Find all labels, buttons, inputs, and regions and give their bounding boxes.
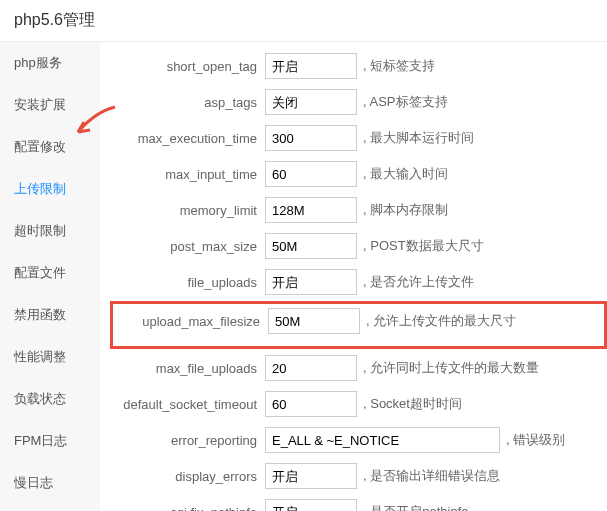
- setting-desc: , 允许同时上传文件的最大数量: [357, 359, 539, 377]
- setting-input-max-execution-time[interactable]: [265, 125, 357, 151]
- setting-select-asp-tags[interactable]: 关闭: [265, 89, 357, 115]
- sidebar-item-load-status[interactable]: 负载状态: [0, 378, 100, 420]
- setting-label: file_uploads: [110, 275, 265, 290]
- sidebar-item-phpinfo[interactable]: phpinfo: [0, 504, 100, 511]
- setting-input-error-reporting[interactable]: [265, 427, 500, 453]
- page-title: php5.6管理: [0, 0, 607, 42]
- setting-select-short-open-tag[interactable]: 开启: [265, 53, 357, 79]
- setting-select-cgi-fix-pathinfo[interactable]: 开启: [265, 499, 357, 511]
- setting-label: max_input_time: [110, 167, 265, 182]
- setting-label: short_open_tag: [110, 59, 265, 74]
- setting-input-max-file-uploads[interactable]: [265, 355, 357, 381]
- setting-row-memory-limit: memory_limit, 脚本内存限制: [110, 196, 607, 224]
- setting-select-file-uploads[interactable]: 开启: [265, 269, 357, 295]
- setting-row-post-max-size: post_max_size, POST数据最大尺寸: [110, 232, 607, 260]
- sidebar-item-timeout-limit[interactable]: 超时限制: [0, 210, 100, 252]
- setting-desc: , 短标签支持: [357, 57, 435, 75]
- setting-label: post_max_size: [110, 239, 265, 254]
- sidebar-item-php-service[interactable]: php服务: [0, 42, 100, 84]
- setting-input-upload-max-filesize[interactable]: [268, 308, 360, 334]
- setting-input-max-input-time[interactable]: [265, 161, 357, 187]
- setting-label: max_execution_time: [110, 131, 265, 146]
- setting-desc: , Socket超时时间: [357, 395, 462, 413]
- sidebar-item-disabled-func[interactable]: 禁用函数: [0, 294, 100, 336]
- setting-desc: , 错误级别: [500, 431, 565, 449]
- sidebar-item-fpm-log[interactable]: FPM日志: [0, 420, 100, 462]
- setting-label: upload_max_filesize: [113, 314, 268, 329]
- setting-label: memory_limit: [110, 203, 265, 218]
- sidebar: php服务 安装扩展 配置修改 上传限制 超时限制 配置文件 禁用函数 性能调整…: [0, 42, 100, 511]
- sidebar-item-slow-log[interactable]: 慢日志: [0, 462, 100, 504]
- setting-row-upload-max-filesize: upload_max_filesize, 允许上传文件的最大尺寸: [113, 307, 604, 335]
- setting-input-default-socket-timeout[interactable]: [265, 391, 357, 417]
- setting-input-post-max-size[interactable]: [265, 233, 357, 259]
- setting-row-asp-tags: asp_tags关闭, ASP标签支持: [110, 88, 607, 116]
- setting-row-default-socket-timeout: default_socket_timeout, Socket超时时间: [110, 390, 607, 418]
- setting-desc: , 最大输入时间: [357, 165, 448, 183]
- setting-desc: , 是否输出详细错误信息: [357, 467, 500, 485]
- setting-desc: , 是否开启pathinfo: [357, 503, 469, 511]
- setting-label: default_socket_timeout: [110, 397, 265, 412]
- setting-row-error-reporting: error_reporting, 错误级别: [110, 426, 607, 454]
- setting-label: asp_tags: [110, 95, 265, 110]
- setting-desc: , ASP标签支持: [357, 93, 448, 111]
- setting-label: max_file_uploads: [110, 361, 265, 376]
- setting-input-memory-limit[interactable]: [265, 197, 357, 223]
- setting-desc: , 最大脚本运行时间: [357, 129, 474, 147]
- setting-row-short-open-tag: short_open_tag开启, 短标签支持: [110, 52, 607, 80]
- sidebar-item-perf-tune[interactable]: 性能调整: [0, 336, 100, 378]
- setting-desc: , 是否允许上传文件: [357, 273, 474, 291]
- sidebar-item-config-file[interactable]: 配置文件: [0, 252, 100, 294]
- setting-label: cgi.fix_pathinfo: [110, 505, 265, 512]
- settings-panel: short_open_tag开启, 短标签支持asp_tags关闭, ASP标签…: [100, 42, 607, 511]
- sidebar-item-upload-limit[interactable]: 上传限制: [0, 168, 100, 210]
- main-container: php服务 安装扩展 配置修改 上传限制 超时限制 配置文件 禁用函数 性能调整…: [0, 42, 607, 511]
- sidebar-item-config-edit[interactable]: 配置修改: [0, 126, 100, 168]
- setting-label: error_reporting: [110, 433, 265, 448]
- setting-row-max-input-time: max_input_time, 最大输入时间: [110, 160, 607, 188]
- setting-row-max-execution-time: max_execution_time, 最大脚本运行时间: [110, 124, 607, 152]
- setting-desc: , POST数据最大尺寸: [357, 237, 484, 255]
- sidebar-item-install-ext[interactable]: 安装扩展: [0, 84, 100, 126]
- setting-desc: , 允许上传文件的最大尺寸: [360, 312, 516, 330]
- setting-row-cgi-fix-pathinfo: cgi.fix_pathinfo开启, 是否开启pathinfo: [110, 498, 607, 511]
- setting-select-display-errors[interactable]: 开启: [265, 463, 357, 489]
- setting-row-file-uploads: file_uploads开启, 是否允许上传文件: [110, 268, 607, 296]
- setting-row-display-errors: display_errors开启, 是否输出详细错误信息: [110, 462, 607, 490]
- setting-label: display_errors: [110, 469, 265, 484]
- setting-row-max-file-uploads: max_file_uploads, 允许同时上传文件的最大数量: [110, 354, 607, 382]
- setting-desc: , 脚本内存限制: [357, 201, 448, 219]
